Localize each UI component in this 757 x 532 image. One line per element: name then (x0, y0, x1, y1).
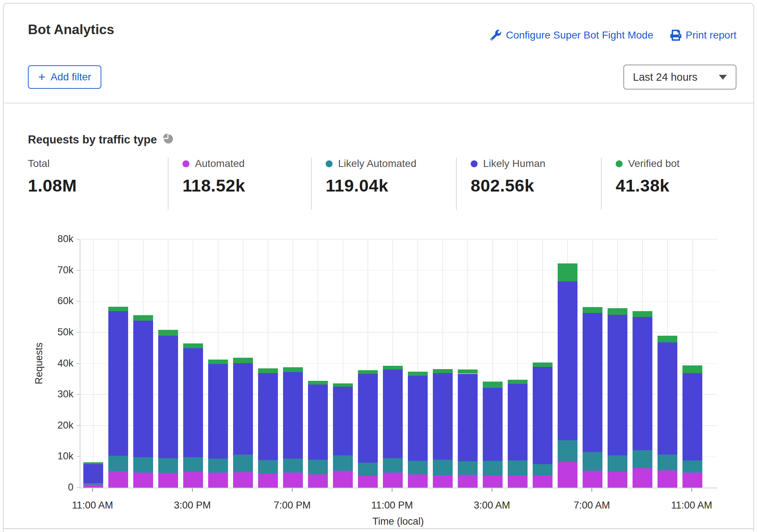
bar-segment-likely-human[interactable] (308, 385, 328, 460)
bar-segment-likely-human[interactable] (83, 464, 103, 484)
bar-segment-likely-automated[interactable] (358, 463, 378, 476)
bar-segment-verified-bot[interactable] (358, 370, 378, 374)
bar-segment-verified-bot[interactable] (508, 380, 528, 384)
bar-segment-automated[interactable] (308, 474, 328, 488)
bar-segment-verified-bot[interactable] (633, 311, 652, 317)
bar-segment-automated[interactable] (408, 474, 428, 488)
bar-segment-automated[interactable] (433, 475, 453, 488)
bar-segment-automated[interactable] (133, 473, 153, 488)
bar-segment-verified-bot[interactable] (133, 315, 153, 320)
bar-segment-likely-automated[interactable] (83, 483, 103, 485)
bar-segment-automated[interactable] (458, 475, 478, 488)
bar-segment-likely-human[interactable] (208, 364, 228, 458)
bar-segment-automated[interactable] (108, 471, 128, 488)
bar-segment-verified-bot[interactable] (533, 362, 553, 367)
bar-segment-likely-automated[interactable] (508, 460, 528, 476)
print-report-link[interactable]: Print report (670, 29, 737, 41)
bar-segment-automated[interactable] (483, 475, 503, 488)
bar-segment-verified-bot[interactable] (433, 369, 453, 373)
bar-segment-likely-automated[interactable] (583, 452, 602, 471)
bar-segment-likely-human[interactable] (283, 372, 303, 459)
bar-segment-likely-automated[interactable] (208, 459, 228, 473)
bar-segment-likely-automated[interactable] (608, 455, 627, 472)
bar-segment-automated[interactable] (233, 472, 253, 488)
bar-segment-likely-automated[interactable] (183, 457, 203, 472)
bar-segment-likely-human[interactable] (458, 374, 478, 462)
bar-segment-likely-automated[interactable] (483, 461, 503, 475)
bar-segment-likely-human[interactable] (108, 311, 128, 455)
bar-segment-automated[interactable] (258, 474, 278, 488)
bar-segment-verified-bot[interactable] (383, 366, 403, 369)
bar-segment-likely-automated[interactable] (108, 456, 128, 471)
bar-segment-verified-bot[interactable] (108, 307, 128, 311)
bar-segment-likely-automated[interactable] (458, 461, 478, 475)
bar-segment-automated[interactable] (658, 470, 677, 488)
bar-segment-verified-bot[interactable] (83, 462, 103, 464)
bar-segment-verified-bot[interactable] (682, 365, 702, 373)
bar-segment-likely-human[interactable] (658, 342, 677, 455)
bar-segment-automated[interactable] (558, 462, 577, 488)
bar-segment-verified-bot[interactable] (308, 381, 328, 385)
bar-segment-likely-human[interactable] (233, 363, 253, 455)
bar-segment-automated[interactable] (608, 472, 627, 488)
bar-segment-likely-automated[interactable] (408, 461, 428, 474)
bar-segment-likely-automated[interactable] (283, 459, 303, 473)
bar-segment-verified-bot[interactable] (608, 308, 627, 315)
configure-super-bot-fight-mode-link[interactable]: Configure Super Bot Fight Mode (490, 29, 653, 41)
time-range-select[interactable]: Last 24 hours (623, 65, 736, 90)
bar-segment-automated[interactable] (283, 473, 303, 488)
add-filter-button[interactable]: + Add filter (28, 65, 101, 89)
bar-segment-likely-automated[interactable] (258, 460, 278, 474)
bar-segment-automated[interactable] (533, 475, 553, 488)
bar-segment-verified-bot[interactable] (558, 263, 577, 281)
bar-segment-likely-human[interactable] (133, 321, 153, 457)
bar-segment-likely-human[interactable] (583, 313, 602, 452)
bar-segment-automated[interactable] (633, 468, 652, 488)
bar-segment-automated[interactable] (183, 472, 203, 488)
bar-segment-verified-bot[interactable] (483, 382, 503, 388)
bar-segment-automated[interactable] (682, 473, 702, 488)
bar-segment-likely-human[interactable] (383, 369, 403, 458)
bar-segment-likely-automated[interactable] (558, 440, 577, 462)
bar-segment-likely-automated[interactable] (633, 450, 652, 468)
bar-segment-likely-automated[interactable] (133, 457, 153, 473)
bar-segment-likely-automated[interactable] (233, 455, 253, 472)
bar-segment-likely-automated[interactable] (433, 460, 453, 475)
bar-segment-likely-human[interactable] (433, 373, 453, 460)
bar-segment-likely-automated[interactable] (682, 460, 702, 473)
bar-segment-likely-automated[interactable] (533, 464, 553, 475)
bar-segment-likely-human[interactable] (158, 336, 178, 458)
bar-segment-likely-automated[interactable] (383, 458, 403, 473)
bar-segment-verified-bot[interactable] (583, 307, 602, 313)
bar-segment-verified-bot[interactable] (158, 330, 178, 336)
bar-segment-verified-bot[interactable] (408, 372, 428, 376)
bar-segment-likely-human[interactable] (358, 374, 378, 463)
bar-segment-verified-bot[interactable] (183, 343, 203, 348)
bar-segment-automated[interactable] (83, 485, 103, 488)
bar-segment-likely-human[interactable] (508, 384, 528, 460)
bar-segment-likely-human[interactable] (633, 317, 652, 450)
bar-segment-automated[interactable] (208, 473, 228, 488)
bar-segment-likely-human[interactable] (183, 348, 203, 457)
bar-segment-likely-human[interactable] (682, 373, 702, 460)
bar-segment-likely-human[interactable] (608, 315, 627, 455)
bar-segment-verified-bot[interactable] (233, 358, 253, 363)
bar-segment-verified-bot[interactable] (333, 383, 353, 387)
bar-segment-likely-human[interactable] (333, 387, 353, 455)
bar-segment-automated[interactable] (508, 475, 528, 488)
bar-segment-verified-bot[interactable] (458, 369, 478, 374)
bar-segment-likely-automated[interactable] (308, 460, 328, 474)
bar-segment-automated[interactable] (158, 473, 178, 488)
bar-segment-likely-human[interactable] (533, 367, 553, 464)
bar-segment-automated[interactable] (333, 471, 353, 488)
bar-segment-verified-bot[interactable] (283, 367, 303, 372)
bar-segment-likely-human[interactable] (408, 376, 428, 461)
bar-segment-likely-human[interactable] (558, 281, 577, 440)
bar-segment-verified-bot[interactable] (658, 336, 677, 342)
bar-segment-automated[interactable] (383, 473, 403, 488)
bar-segment-verified-bot[interactable] (208, 360, 228, 364)
bar-segment-likely-automated[interactable] (333, 455, 353, 471)
bar-segment-likely-human[interactable] (483, 388, 503, 461)
bar-segment-likely-human[interactable] (258, 373, 278, 460)
bar-segment-automated[interactable] (358, 476, 378, 488)
